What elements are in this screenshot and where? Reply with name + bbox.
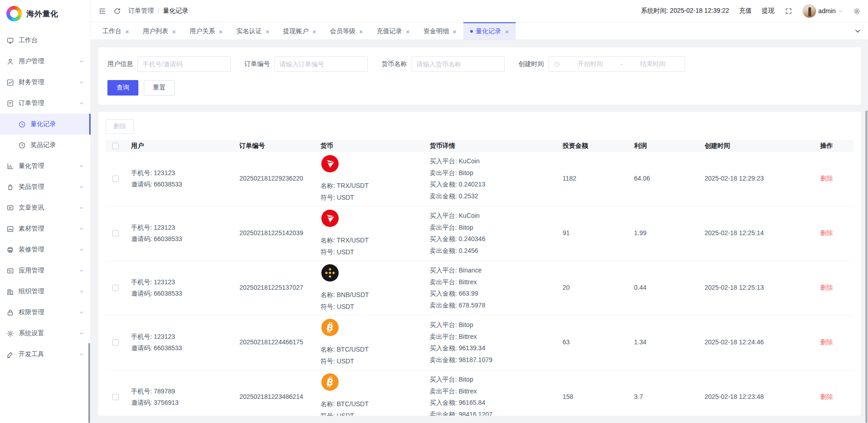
coin-cell: B 名称: BTC/USDT 符号: USDT [320,373,430,416]
coin-cell: 名称: BNB/USDT 符号: USDT [320,263,430,313]
coin-name-line: 名称: TRX/USDT [320,235,424,247]
user-cell: 手机号: 123123 邀请码: 66038533 [131,277,239,300]
invite-code-line: 邀请码: 3756913 [131,397,234,409]
tab-bar: 工作台 × 用户列表 × 用户关系 × 实名认证 × 提现账户 × 会员等级 ×… [91,22,868,40]
sidebar-item-user[interactable]: 用户管理 [0,51,91,72]
sidebar-item-app[interactable]: 应用管理 [0,260,91,281]
sidebar-item-org[interactable]: 组织管理 [0,281,91,302]
bulk-delete-button[interactable]: 删除 [106,119,134,134]
sidebar-item-order[interactable]: 订单管理 [0,93,91,114]
sidebar-item-pen[interactable]: 开发工具 [0,344,91,365]
close-icon[interactable]: × [312,28,316,35]
search-button[interactable]: 查询 [107,80,138,96]
row-checkbox[interactable] [112,394,119,400]
coin-name-line: 名称: BNB/USDT [320,289,424,301]
sidebar-item-article[interactable]: 文章资讯 [0,197,91,218]
sidebar-subitem-奖品记录[interactable]: 奖品记录 [0,135,91,156]
sidebar-item-quant[interactable]: 量化管理 [0,156,91,176]
app-logo: 海外量化 [0,0,91,27]
close-icon[interactable]: × [172,28,176,35]
start-time-placeholder[interactable]: 开始时间 [563,60,618,68]
order-no-input[interactable] [274,56,368,72]
pen-icon [6,351,14,358]
sidebar-scrollbar-thumb[interactable] [88,343,90,423]
sidebar-item-monitor[interactable]: 工作台 [0,30,91,51]
coin-name-input[interactable] [411,56,505,72]
close-icon[interactable]: × [406,28,410,35]
row-checkbox[interactable] [112,339,119,346]
tab-工作台[interactable]: 工作台 × [96,22,136,40]
row-checkbox[interactable] [112,285,119,291]
recharge-link[interactable]: 充值 [739,7,752,15]
sidebar-item-decorate[interactable]: 装修管理 [0,239,91,260]
sidebar-item-lock[interactable]: 权限管理 [0,302,91,323]
order-no-cell: 202502181224466175 [239,337,320,348]
tab-量化记录[interactable]: 量化记录 × [463,22,516,40]
tab-资金明细[interactable]: 资金明细 × [416,22,463,40]
tab-实名认证[interactable]: 实名认证 × [229,22,276,40]
tab-用户列表[interactable]: 用户列表 × [136,22,183,40]
coin-symbol-line: 符号: USDT [320,356,424,368]
close-icon[interactable]: × [359,28,363,35]
sidebar-item-prize[interactable]: 奖品管理 [0,176,91,197]
avatar[interactable] [802,4,816,18]
sidebar-item-finance[interactable]: 财务管理 [0,72,91,93]
gear-icon[interactable] [853,7,861,15]
fullscreen-icon[interactable] [785,7,792,15]
delete-row-link[interactable]: 删除 [820,229,833,237]
delete-row-link[interactable]: 删除 [820,284,833,291]
row-checkbox[interactable] [112,176,119,182]
menu-fold-icon[interactable] [98,7,106,15]
delete-row-link[interactable]: 删除 [820,393,833,400]
coin-detail-cell: 买入平台: Bitop 卖出平台: Bittrex 买入金额: 96139.34… [430,319,563,367]
filter-coin: 货币名称 [381,56,505,72]
column-header: 订单编号 [239,140,320,152]
select-all-checkbox[interactable] [112,143,119,149]
table-row: 手机号: 123123 邀请码: 66038533 20250218122446… [106,316,853,370]
row-checkbox[interactable] [112,230,119,237]
coin-detail-cell: 买入平台: Bitop 卖出平台: Bittrex 买入金额: 96165.84… [430,374,563,416]
filter-panel: 用户信息 订单编号 货币名称 创建时间 开始时间 - [98,47,861,105]
sidebar-item-material[interactable]: 素材管理 [0,218,91,239]
date-range-picker[interactable]: 开始时间 - 结束时间 [548,56,685,72]
tab-list-chevron-down-icon[interactable] [848,22,868,40]
created-at-cell: 2025-02-18 12:23:48 [705,391,820,403]
chevron-down-icon [79,163,84,169]
sidebar-item-gear[interactable]: 系统设置 [0,323,91,344]
user-menu[interactable]: admin [802,4,843,18]
end-time-placeholder[interactable]: 结束时间 [625,60,680,68]
close-icon[interactable]: × [219,28,223,35]
invest-amount-cell: 20 [563,282,634,294]
close-icon[interactable]: × [125,28,129,35]
delete-row-link[interactable]: 删除 [820,338,833,346]
reset-button[interactable]: 重置 [144,80,175,96]
close-icon[interactable]: × [505,28,509,35]
buy-platform-line: 买入平台: KuCoin [430,156,557,167]
withdraw-link[interactable]: 提现 [762,7,775,15]
coin-cell: 名称: TRX/USDT 符号: USDT [320,154,430,204]
tab-提现账户[interactable]: 提现账户 × [276,22,323,40]
delete-row-link[interactable]: 删除 [820,175,833,182]
page-scrollbar-thumb[interactable] [865,111,868,423]
breadcrumb-order-management[interactable]: 订单管理 [128,7,154,15]
buy-platform-line: 买入平台: Binance [430,265,557,277]
profit-cell: 1.99 [634,227,705,239]
close-icon[interactable]: × [265,28,269,35]
refresh-icon[interactable] [113,7,121,15]
profit-cell: 3.7 [634,391,705,403]
profit-cell: 0.44 [634,282,705,294]
app-icon [6,267,14,275]
page-content: 用户信息 订单编号 货币名称 创建时间 开始时间 - [91,40,868,423]
tab-会员等级[interactable]: 会员等级 × [323,22,370,40]
sell-amount-line: 卖出金额: 678.5978 [430,300,557,312]
sidebar-subitem-量化记录[interactable]: 量化记录 [0,114,91,135]
user-info-input[interactable] [137,56,231,72]
buy-amount-line: 买入金额: 96165.84 [430,397,557,409]
main-area: 订单管理 / 量化记录 系统时间: 2025-02-18 12:39:22 充值… [91,0,868,423]
buy-amount-line: 买入金额: 663.99 [430,288,557,300]
coin-name-line: 名称: BTC/USDT [320,398,424,410]
chevron-down-icon [79,352,84,357]
close-icon[interactable]: × [452,28,457,35]
tab-用户关系[interactable]: 用户关系 × [183,22,230,40]
tab-充值记录[interactable]: 充值记录 × [370,22,417,40]
